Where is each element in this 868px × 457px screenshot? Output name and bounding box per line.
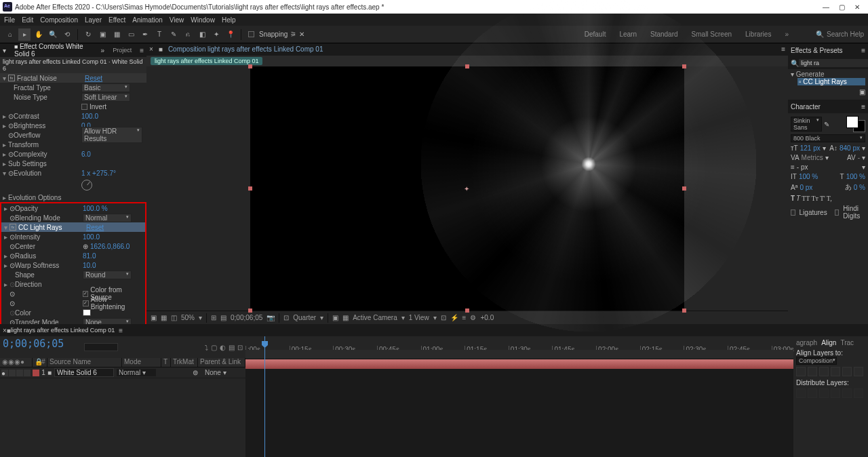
crosshair-icon[interactable]: ⊕ [83, 243, 88, 250]
tab-tracker[interactable]: Trac [840, 339, 854, 346]
panel-menu-icon[interactable]: ≡ [140, 47, 144, 54]
timeline-tab-menu-icon[interactable]: ≡ [119, 327, 123, 334]
menu-effect[interactable]: Effect [108, 16, 125, 24]
layer-mode-dropdown[interactable]: Normal ▾ [117, 369, 156, 376]
dist-5[interactable] [842, 389, 852, 398]
prop-sub-settings[interactable]: ▸Sub Settings [0, 159, 146, 168]
tsume-value[interactable]: 0 % [854, 184, 865, 191]
layer-color-tag[interactable] [33, 370, 39, 376]
fractal-noise-reset[interactable]: Reset [85, 75, 102, 82]
pen-tool[interactable]: ✒ [139, 28, 151, 41]
anchor-point[interactable]: ✦ [464, 185, 471, 192]
handle-mr[interactable] [682, 186, 686, 191]
handle-bl[interactable] [248, 309, 252, 313]
snapping-more-icon[interactable]: ✕ [299, 31, 304, 38]
channel-icon[interactable]: ▦ [161, 314, 167, 321]
handle-tm[interactable] [465, 64, 469, 68]
layer-name[interactable]: White Solid 6 [54, 368, 114, 377]
transparency-icon[interactable]: ▦ [342, 314, 349, 321]
handle-tl[interactable] [248, 64, 252, 68]
opacity-value[interactable]: 100.0 % [83, 205, 108, 212]
shy-icon[interactable]: ⤵ [205, 344, 208, 351]
roi-icon[interactable]: ▣ [332, 314, 338, 321]
res-icon[interactable]: ⊞ [211, 314, 216, 321]
center-value[interactable]: 1626.0,866.0 [90, 243, 130, 250]
selection-tool[interactable]: ▸ [18, 28, 31, 41]
orbit-tool[interactable]: ⟲ [61, 28, 73, 41]
align-top[interactable] [831, 367, 840, 376]
type-tool[interactable]: T [153, 28, 165, 41]
transfer-mode-dropdown[interactable]: None [83, 318, 132, 325]
handle-bm[interactable] [465, 309, 469, 313]
lock-icon[interactable]: × [149, 45, 153, 53]
solo-toggle[interactable] [16, 370, 23, 376]
allow-brightening-checkbox[interactable] [83, 300, 89, 306]
shape-dropdown[interactable]: Round [83, 271, 132, 279]
snapping-checkbox[interactable] [248, 31, 254, 37]
handle-br[interactable] [682, 309, 686, 313]
leading-value[interactable]: 840 px [840, 144, 860, 152]
alpha-icon[interactable]: ▣ [151, 314, 157, 321]
prop-transform[interactable]: ▸Transform [0, 140, 146, 149]
puppet-tool[interactable]: 📍 [224, 28, 237, 41]
menu-composition[interactable]: Composition [40, 16, 78, 24]
quality-dropdown[interactable]: Quarter [293, 314, 316, 321]
dist-3[interactable] [819, 389, 829, 398]
cc-light-rays-reset[interactable]: Reset [86, 224, 104, 231]
effects-presets-menu-icon[interactable]: ≡ [861, 47, 865, 54]
layer-row-1[interactable]: ● 1 ■ White Solid 6 Normal ▾ ⊚ None ▾ [0, 367, 245, 378]
mask-icon[interactable]: ◫ [171, 314, 177, 321]
menu-layer[interactable]: Layer [85, 16, 102, 24]
fractal-type-dropdown[interactable]: Basic [81, 83, 130, 92]
dist-2[interactable] [808, 389, 817, 398]
panel-chevron-icon[interactable]: ▾ [3, 47, 6, 54]
project-tab[interactable]: Project [113, 47, 132, 54]
evolution-value[interactable]: 1 x +275.7° [81, 170, 116, 177]
prop-evolution-options[interactable]: ▸Evolution Options [0, 193, 146, 202]
menu-view[interactable]: View [170, 16, 184, 24]
playhead[interactable] [264, 336, 265, 457]
pan-behind-tool[interactable]: ▦ [111, 28, 123, 41]
guide-icon[interactable]: ▤ [220, 314, 226, 321]
camera-tool[interactable]: ▣ [96, 28, 108, 41]
color-swatch[interactable] [83, 309, 91, 316]
dist-6[interactable] [854, 389, 863, 398]
handle-tr[interactable] [682, 64, 686, 68]
zoom-dropdown[interactable]: 50% [181, 314, 195, 321]
radius-value[interactable]: 81.0 [83, 252, 96, 260]
lock-toggle[interactable] [24, 370, 31, 376]
composition-tab[interactable]: Composition light rays after effects Lin… [168, 45, 323, 53]
complexity-value[interactable]: 6.0 [81, 151, 91, 158]
intensity-value[interactable]: 100.0 [83, 233, 100, 241]
character-menu-icon[interactable]: ≡ [861, 103, 865, 111]
new-bin-icon[interactable]: ▣ [859, 88, 865, 96]
menu-help[interactable]: Help [222, 16, 236, 24]
layer-bar[interactable] [245, 359, 793, 369]
timeline-tab[interactable]: light rays after effects Linked Comp 01 [11, 327, 115, 334]
fractal-noise-header[interactable]: ▾fx Fractal Noise Reset [0, 73, 146, 83]
eraser-tool[interactable]: ◧ [196, 28, 208, 41]
brush-tool[interactable]: ✎ [167, 28, 180, 41]
viewer-timecode[interactable]: 0;00;06;05 [231, 314, 262, 321]
shape-tool[interactable]: ▭ [125, 28, 137, 41]
snapping-options-icon[interactable]: ⚞ [290, 31, 296, 38]
search-help-input[interactable]: Search Help [827, 31, 864, 38]
motion-blur-icon[interactable]: ◐ [220, 344, 226, 351]
timeline-ruler[interactable]: :00s 00:15s 00:30s 00:45s 01:00s 01:15s … [245, 336, 793, 350]
show-icon[interactable]: ⊡ [283, 314, 289, 321]
maximize-button[interactable]: ▢ [839, 3, 845, 11]
hscale-value[interactable]: 100 % [846, 173, 865, 180]
align-vcenter[interactable] [842, 367, 852, 376]
cc-light-rays-header[interactable]: ▾fx CC Light Rays Reset [1, 222, 145, 232]
noise-type-dropdown[interactable]: Soft Linear [81, 93, 130, 102]
canvas[interactable]: ✦ [250, 66, 684, 311]
subscript-button[interactable]: T, [827, 195, 832, 202]
tab-overflow-icon[interactable]: » [101, 47, 105, 54]
hindi-checkbox[interactable] [835, 210, 840, 216]
invert-checkbox[interactable] [81, 104, 87, 110]
layer-parent-dropdown[interactable]: None ▾ [205, 369, 245, 376]
snapshot-icon[interactable]: 📷 [267, 314, 275, 321]
menu-animation[interactable]: Animation [132, 16, 162, 24]
menu-file[interactable]: File [4, 16, 15, 24]
contrast-value[interactable]: 100.0 [81, 113, 98, 120]
